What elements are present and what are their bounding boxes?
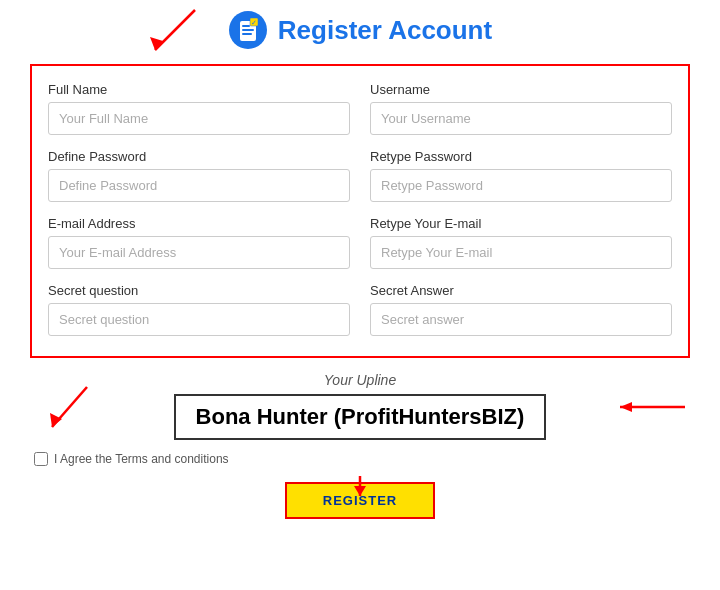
password-label: Define Password (48, 149, 350, 164)
secret-answer-input[interactable] (370, 303, 672, 336)
retype-password-label: Retype Password (370, 149, 672, 164)
retype-password-input[interactable] (370, 169, 672, 202)
secret-question-group: Secret question (48, 283, 350, 336)
username-label: Username (370, 82, 672, 97)
retype-email-group: Retype Your E-mail (370, 216, 672, 269)
username-group: Username (370, 82, 672, 135)
page-header: ✓ Register Account (20, 10, 700, 50)
password-group: Define Password (48, 149, 350, 202)
register-icon: ✓ (228, 10, 268, 50)
svg-rect-6 (242, 33, 252, 35)
upline-label: Your Upline (20, 372, 700, 388)
arrow-left-icon (42, 382, 97, 437)
terms-checkbox[interactable] (34, 452, 48, 466)
svg-line-0 (155, 10, 195, 50)
page-title: Register Account (278, 15, 492, 46)
form-row-1: Full Name Username (48, 82, 672, 135)
form-row-4: Secret question Secret Answer (48, 283, 672, 336)
registration-form: Full Name Username Define Password Retyp… (30, 64, 690, 358)
arrow-down-icon (345, 474, 375, 504)
email-input[interactable] (48, 236, 350, 269)
form-row-2: Define Password Retype Password (48, 149, 672, 202)
terms-label: I Agree the Terms and conditions (54, 452, 229, 466)
upline-value: Bona Hunter (ProfitHuntersBIZ) (174, 394, 547, 440)
svg-marker-14 (354, 486, 366, 496)
secret-answer-group: Secret Answer (370, 283, 672, 336)
arrow-top-icon (135, 5, 215, 60)
svg-rect-4 (242, 25, 250, 27)
svg-marker-12 (50, 413, 62, 427)
terms-row: I Agree the Terms and conditions (34, 452, 686, 466)
secret-question-label: Secret question (48, 283, 350, 298)
fullname-label: Full Name (48, 82, 350, 97)
retype-email-label: Retype Your E-mail (370, 216, 672, 231)
password-input[interactable] (48, 169, 350, 202)
username-input[interactable] (370, 102, 672, 135)
retype-email-input[interactable] (370, 236, 672, 269)
svg-marker-10 (620, 402, 632, 412)
arrow-right-icon (610, 392, 690, 422)
svg-rect-5 (242, 29, 254, 31)
svg-text:✓: ✓ (251, 19, 257, 26)
upline-section: Your Upline Bona Hunter (ProfitHuntersBI… (20, 372, 700, 440)
fullname-group: Full Name (48, 82, 350, 135)
secret-question-input[interactable] (48, 303, 350, 336)
secret-answer-label: Secret Answer (370, 283, 672, 298)
form-row-3: E-mail Address Retype Your E-mail (48, 216, 672, 269)
register-section: REGISTER (20, 482, 700, 519)
retype-password-group: Retype Password (370, 149, 672, 202)
email-group: E-mail Address (48, 216, 350, 269)
fullname-input[interactable] (48, 102, 350, 135)
email-label: E-mail Address (48, 216, 350, 231)
